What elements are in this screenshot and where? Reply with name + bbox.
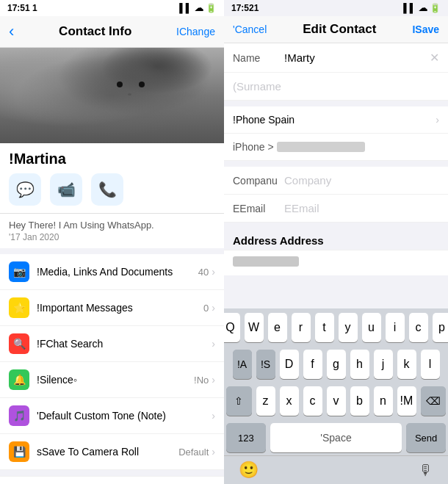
icons-right: ▌▌ ☁ 🔋 — [403, 3, 441, 13]
key-q[interactable]: Q — [224, 313, 240, 342]
name-form-section: Name ✕ — [224, 43, 448, 101]
name-label: Name — [233, 52, 284, 64]
key-l[interactable]: l — [421, 350, 440, 379]
change-button[interactable]: IChange — [176, 26, 215, 37]
keyboard-row-2: !A !S D f g h j k l — [224, 345, 448, 382]
silence-icon: 🔔 — [9, 369, 29, 390]
emoji-button[interactable]: 🙂 — [239, 460, 259, 480]
status-bar-right: 17:521 ▌▌ ☁ 🔋 — [224, 0, 448, 16]
key-a[interactable]: !A — [233, 350, 252, 379]
header-left: ‹ Contact Info IChange — [0, 16, 224, 48]
keyboard-bottom-bar: 🙂 🎙 — [224, 455, 448, 484]
header-right: 'Cancel Edit Contact ISave — [224, 16, 448, 43]
email-row: EEmail — [224, 195, 448, 223]
key-r[interactable]: r — [292, 313, 311, 342]
key-m[interactable]: !M — [397, 386, 416, 416]
key-b[interactable]: b — [350, 386, 369, 416]
list-item[interactable]: 💾 sSave To Camera Roll Default › — [0, 434, 224, 470]
time-left: 17:51 1 — [7, 3, 37, 13]
encryption-section: 🔒 Encryption Messages Sent To This Chat … — [0, 476, 224, 484]
silence-label: !Silence◦ — [37, 374, 194, 386]
key-p[interactable]: p — [433, 313, 449, 342]
key-n[interactable]: n — [374, 386, 393, 416]
key-x[interactable]: x — [280, 386, 299, 416]
list-item[interactable]: 🎵 'Default Custom Tone (Note) › — [0, 398, 224, 434]
key-z[interactable]: z — [256, 386, 275, 416]
status-text: Hey There! I Am Using WhatsApp. — [9, 220, 215, 231]
list-item[interactable]: ⭐ !Important Messages 0 › — [0, 290, 224, 326]
media-label: !Media, Links And Documents — [37, 266, 198, 278]
key-f[interactable]: f — [303, 350, 322, 379]
mic-button[interactable]: 🎙 — [419, 462, 433, 479]
key-g[interactable]: g — [327, 350, 346, 379]
key-s[interactable]: !S — [256, 350, 275, 379]
save-label: sSave To Camera Roll — [37, 446, 178, 458]
space-key[interactable]: 'Space — [270, 423, 402, 452]
right-panel: 17:521 ▌▌ ☁ 🔋 'Cancel Edit Contact ISave… — [224, 0, 448, 484]
key-e[interactable]: e — [268, 313, 287, 342]
message-button[interactable]: 💬 — [9, 173, 41, 206]
phone-label: iPhone > — [233, 141, 277, 153]
phone-section: !Phone Spain › iPhone > — [224, 106, 448, 161]
key-u[interactable]: u — [362, 313, 381, 342]
contact-actions: 💬 📹 📞 — [9, 173, 215, 206]
key-c[interactable]: c — [303, 386, 322, 416]
key-j[interactable]: j — [374, 350, 393, 379]
tone-icon: 🎵 — [9, 405, 29, 426]
key-y[interactable]: y — [339, 313, 358, 342]
key-w[interactable]: W — [245, 313, 264, 342]
menu-section: 📷 !Media, Links And Documents 40 › ⭐ !Im… — [0, 254, 224, 470]
company-input[interactable] — [284, 174, 439, 187]
backspace-key[interactable]: ⌫ — [421, 386, 447, 416]
key-c-top[interactable]: c — [409, 313, 428, 342]
list-item[interactable]: 🔔 !Silence◦ !No › — [0, 362, 224, 398]
name-row: Name ✕ — [224, 43, 448, 73]
surname-input[interactable] — [233, 80, 439, 93]
save-button[interactable]: ISave — [412, 24, 439, 35]
key-i[interactable]: i — [386, 313, 405, 342]
keyboard-row-3: ⇧ z x c v b n !M ⌫ — [224, 382, 448, 419]
company-label: Companu — [233, 175, 284, 187]
phone-type-row[interactable]: !Phone Spain › — [224, 106, 448, 134]
silence-badge: !No — [194, 375, 209, 386]
cancel-button[interactable]: 'Cancel — [233, 24, 267, 35]
address-row — [224, 250, 448, 275]
keyboard-row-4: 123 'Space Send — [224, 419, 448, 455]
video-button[interactable]: 📹 — [50, 173, 82, 206]
search-icon: 🔍 — [9, 333, 29, 354]
edit-contact-title: Edit Contact — [303, 22, 376, 37]
number-key[interactable]: 123 — [226, 423, 266, 452]
shift-key[interactable]: ⇧ — [226, 386, 252, 416]
phone-type-label: !Phone Spain — [233, 114, 436, 126]
left-panel: 17:51 1 ▌▌ ☁ 🔋 ‹ Contact Info IChange !M… — [0, 0, 224, 484]
address-section-header: Address Address — [224, 228, 448, 250]
starred-icon: ⭐ — [9, 297, 29, 318]
save-icon: 💾 — [9, 441, 29, 462]
starred-label: !Important Messages — [37, 302, 203, 314]
list-item[interactable]: 🔍 !FChat Search › — [0, 326, 224, 362]
contact-status: Hey There! I Am Using WhatsApp. '17 Jan … — [0, 214, 224, 254]
contact-photo — [0, 48, 224, 143]
key-t[interactable]: t — [315, 313, 334, 342]
key-v[interactable]: v — [327, 386, 346, 416]
icons-left: ▌▌ ☁ 🔋 — [179, 3, 217, 13]
phone-number-blurred — [277, 142, 365, 152]
list-item[interactable]: 📷 !Media, Links And Documents 40 › — [0, 254, 224, 290]
name-input[interactable] — [284, 51, 430, 64]
key-k[interactable]: k — [397, 350, 416, 379]
clear-name-icon[interactable]: ✕ — [430, 51, 439, 65]
contact-name: !Martina — [9, 151, 215, 167]
status-date: '17 Jan 2020 — [9, 232, 215, 242]
tone-label: 'Default Custom Tone (Note) — [37, 410, 212, 422]
media-badge: 40 — [198, 267, 209, 278]
email-label: EEmail — [233, 203, 284, 214]
call-button[interactable]: 📞 — [91, 173, 123, 206]
send-key[interactable]: Send — [406, 423, 446, 452]
key-h[interactable]: h — [350, 350, 369, 379]
back-button[interactable]: ‹ — [9, 22, 14, 41]
company-form-section: Companu EEmail — [224, 167, 448, 223]
media-icon: 📷 — [9, 261, 29, 282]
key-d[interactable]: D — [280, 350, 299, 379]
save-badge: Default — [178, 447, 209, 458]
email-input[interactable] — [284, 202, 439, 214]
